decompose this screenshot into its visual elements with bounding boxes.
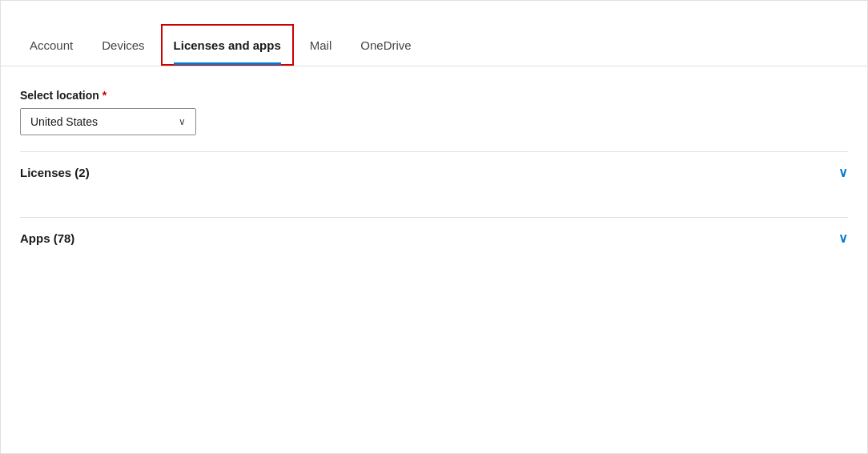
required-indicator: *	[102, 89, 106, 102]
location-dropdown[interactable]: United States ∨	[20, 108, 196, 135]
dropdown-chevron-icon: ∨	[179, 116, 186, 127]
page-container: Account Devices Licenses and apps Mail O…	[0, 0, 868, 454]
tab-account[interactable]: Account	[17, 24, 86, 66]
licenses-section-row[interactable]: Licenses (2) ∨	[20, 151, 848, 193]
main-content: Select location * United States ∨ Licens…	[1, 66, 867, 453]
tab-licenses-and-apps[interactable]: Licenses and apps	[161, 24, 294, 66]
apps-chevron-icon: ∨	[838, 231, 848, 246]
location-field: Select location * United States ∨	[20, 89, 848, 135]
licenses-chevron-icon: ∨	[838, 165, 848, 180]
tab-onedrive[interactable]: OneDrive	[348, 24, 424, 66]
apps-section-title: Apps (78)	[20, 231, 74, 245]
tab-navigation: Account Devices Licenses and apps Mail O…	[1, 1, 867, 66]
location-field-label: Select location *	[20, 89, 848, 102]
tab-devices[interactable]: Devices	[89, 24, 157, 66]
licenses-section-title: Licenses (2)	[20, 166, 90, 179]
location-selected-value: United States	[30, 115, 98, 128]
tab-mail[interactable]: Mail	[297, 24, 345, 66]
apps-section-row[interactable]: Apps (78) ∨	[20, 217, 848, 259]
